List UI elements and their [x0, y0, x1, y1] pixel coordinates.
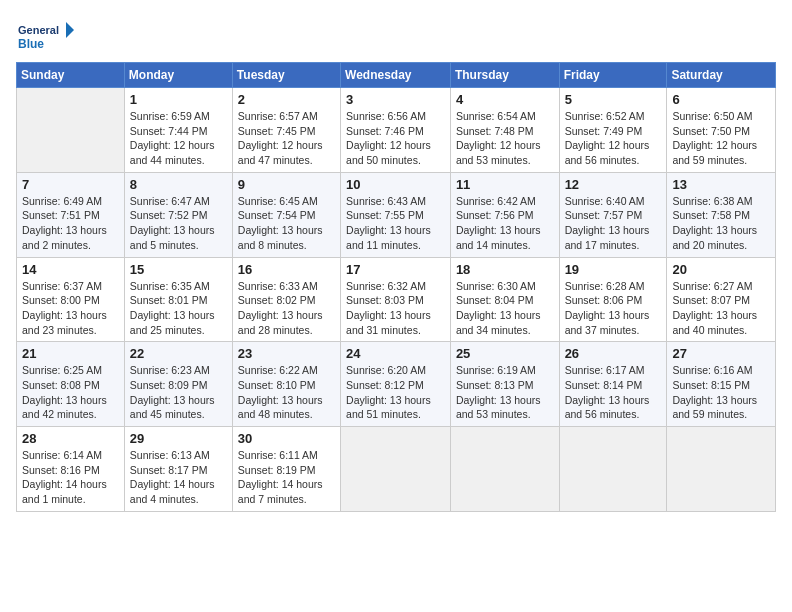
- calendar-cell: 15Sunrise: 6:35 AM Sunset: 8:01 PM Dayli…: [124, 257, 232, 342]
- calendar-cell: 17Sunrise: 6:32 AM Sunset: 8:03 PM Dayli…: [341, 257, 451, 342]
- day-info: Sunrise: 6:52 AM Sunset: 7:49 PM Dayligh…: [565, 109, 662, 168]
- calendar-cell: 1Sunrise: 6:59 AM Sunset: 7:44 PM Daylig…: [124, 88, 232, 173]
- calendar-header-row: SundayMondayTuesdayWednesdayThursdayFrid…: [17, 63, 776, 88]
- day-info: Sunrise: 6:38 AM Sunset: 7:58 PM Dayligh…: [672, 194, 770, 253]
- header-saturday: Saturday: [667, 63, 776, 88]
- day-info: Sunrise: 6:33 AM Sunset: 8:02 PM Dayligh…: [238, 279, 335, 338]
- day-info: Sunrise: 6:49 AM Sunset: 7:51 PM Dayligh…: [22, 194, 119, 253]
- day-number: 30: [238, 431, 335, 446]
- day-number: 4: [456, 92, 554, 107]
- day-number: 22: [130, 346, 227, 361]
- calendar-cell: 7Sunrise: 6:49 AM Sunset: 7:51 PM Daylig…: [17, 172, 125, 257]
- day-info: Sunrise: 6:47 AM Sunset: 7:52 PM Dayligh…: [130, 194, 227, 253]
- day-info: Sunrise: 6:32 AM Sunset: 8:03 PM Dayligh…: [346, 279, 445, 338]
- calendar-cell: [341, 427, 451, 512]
- day-number: 3: [346, 92, 445, 107]
- day-info: Sunrise: 6:59 AM Sunset: 7:44 PM Dayligh…: [130, 109, 227, 168]
- day-number: 28: [22, 431, 119, 446]
- calendar-cell: 4Sunrise: 6:54 AM Sunset: 7:48 PM Daylig…: [450, 88, 559, 173]
- day-info: Sunrise: 6:37 AM Sunset: 8:00 PM Dayligh…: [22, 279, 119, 338]
- day-number: 8: [130, 177, 227, 192]
- header-monday: Monday: [124, 63, 232, 88]
- day-info: Sunrise: 6:23 AM Sunset: 8:09 PM Dayligh…: [130, 363, 227, 422]
- day-number: 18: [456, 262, 554, 277]
- day-info: Sunrise: 6:25 AM Sunset: 8:08 PM Dayligh…: [22, 363, 119, 422]
- calendar-table: SundayMondayTuesdayWednesdayThursdayFrid…: [16, 62, 776, 512]
- week-row-1: 1Sunrise: 6:59 AM Sunset: 7:44 PM Daylig…: [17, 88, 776, 173]
- day-number: 19: [565, 262, 662, 277]
- header-wednesday: Wednesday: [341, 63, 451, 88]
- day-info: Sunrise: 6:22 AM Sunset: 8:10 PM Dayligh…: [238, 363, 335, 422]
- calendar-cell: 30Sunrise: 6:11 AM Sunset: 8:19 PM Dayli…: [232, 427, 340, 512]
- day-info: Sunrise: 6:43 AM Sunset: 7:55 PM Dayligh…: [346, 194, 445, 253]
- calendar-cell: [667, 427, 776, 512]
- day-number: 7: [22, 177, 119, 192]
- calendar-cell: 24Sunrise: 6:20 AM Sunset: 8:12 PM Dayli…: [341, 342, 451, 427]
- header-thursday: Thursday: [450, 63, 559, 88]
- calendar-cell: 20Sunrise: 6:27 AM Sunset: 8:07 PM Dayli…: [667, 257, 776, 342]
- day-number: 29: [130, 431, 227, 446]
- header-sunday: Sunday: [17, 63, 125, 88]
- day-number: 14: [22, 262, 119, 277]
- day-number: 23: [238, 346, 335, 361]
- calendar-cell: [17, 88, 125, 173]
- calendar-cell: 26Sunrise: 6:17 AM Sunset: 8:14 PM Dayli…: [559, 342, 667, 427]
- calendar-cell: 28Sunrise: 6:14 AM Sunset: 8:16 PM Dayli…: [17, 427, 125, 512]
- day-info: Sunrise: 6:16 AM Sunset: 8:15 PM Dayligh…: [672, 363, 770, 422]
- day-info: Sunrise: 6:54 AM Sunset: 7:48 PM Dayligh…: [456, 109, 554, 168]
- calendar-cell: 10Sunrise: 6:43 AM Sunset: 7:55 PM Dayli…: [341, 172, 451, 257]
- calendar-cell: 13Sunrise: 6:38 AM Sunset: 7:58 PM Dayli…: [667, 172, 776, 257]
- day-number: 24: [346, 346, 445, 361]
- calendar-cell: 14Sunrise: 6:37 AM Sunset: 8:00 PM Dayli…: [17, 257, 125, 342]
- calendar-cell: 3Sunrise: 6:56 AM Sunset: 7:46 PM Daylig…: [341, 88, 451, 173]
- calendar-cell: 6Sunrise: 6:50 AM Sunset: 7:50 PM Daylig…: [667, 88, 776, 173]
- day-number: 21: [22, 346, 119, 361]
- calendar-cell: 8Sunrise: 6:47 AM Sunset: 7:52 PM Daylig…: [124, 172, 232, 257]
- day-number: 5: [565, 92, 662, 107]
- day-number: 20: [672, 262, 770, 277]
- calendar-cell: 18Sunrise: 6:30 AM Sunset: 8:04 PM Dayli…: [450, 257, 559, 342]
- day-number: 13: [672, 177, 770, 192]
- calendar-cell: 19Sunrise: 6:28 AM Sunset: 8:06 PM Dayli…: [559, 257, 667, 342]
- day-info: Sunrise: 6:19 AM Sunset: 8:13 PM Dayligh…: [456, 363, 554, 422]
- calendar-cell: 12Sunrise: 6:40 AM Sunset: 7:57 PM Dayli…: [559, 172, 667, 257]
- calendar-cell: 9Sunrise: 6:45 AM Sunset: 7:54 PM Daylig…: [232, 172, 340, 257]
- day-info: Sunrise: 6:11 AM Sunset: 8:19 PM Dayligh…: [238, 448, 335, 507]
- day-info: Sunrise: 6:35 AM Sunset: 8:01 PM Dayligh…: [130, 279, 227, 338]
- day-number: 6: [672, 92, 770, 107]
- header-friday: Friday: [559, 63, 667, 88]
- svg-text:Blue: Blue: [18, 37, 44, 51]
- day-number: 9: [238, 177, 335, 192]
- week-row-2: 7Sunrise: 6:49 AM Sunset: 7:51 PM Daylig…: [17, 172, 776, 257]
- svg-text:General: General: [18, 24, 59, 36]
- day-number: 11: [456, 177, 554, 192]
- day-info: Sunrise: 6:42 AM Sunset: 7:56 PM Dayligh…: [456, 194, 554, 253]
- day-number: 12: [565, 177, 662, 192]
- week-row-3: 14Sunrise: 6:37 AM Sunset: 8:00 PM Dayli…: [17, 257, 776, 342]
- day-info: Sunrise: 6:56 AM Sunset: 7:46 PM Dayligh…: [346, 109, 445, 168]
- calendar-cell: 23Sunrise: 6:22 AM Sunset: 8:10 PM Dayli…: [232, 342, 340, 427]
- day-info: Sunrise: 6:27 AM Sunset: 8:07 PM Dayligh…: [672, 279, 770, 338]
- day-number: 25: [456, 346, 554, 361]
- calendar-cell: 22Sunrise: 6:23 AM Sunset: 8:09 PM Dayli…: [124, 342, 232, 427]
- calendar-cell: 29Sunrise: 6:13 AM Sunset: 8:17 PM Dayli…: [124, 427, 232, 512]
- day-info: Sunrise: 6:20 AM Sunset: 8:12 PM Dayligh…: [346, 363, 445, 422]
- day-info: Sunrise: 6:13 AM Sunset: 8:17 PM Dayligh…: [130, 448, 227, 507]
- calendar-cell: 16Sunrise: 6:33 AM Sunset: 8:02 PM Dayli…: [232, 257, 340, 342]
- calendar-cell: [559, 427, 667, 512]
- day-info: Sunrise: 6:40 AM Sunset: 7:57 PM Dayligh…: [565, 194, 662, 253]
- calendar-cell: 2Sunrise: 6:57 AM Sunset: 7:45 PM Daylig…: [232, 88, 340, 173]
- day-number: 17: [346, 262, 445, 277]
- day-info: Sunrise: 6:14 AM Sunset: 8:16 PM Dayligh…: [22, 448, 119, 507]
- general-blue-logo-svg: General Blue: [16, 16, 76, 56]
- day-number: 16: [238, 262, 335, 277]
- day-number: 27: [672, 346, 770, 361]
- calendar-cell: 21Sunrise: 6:25 AM Sunset: 8:08 PM Dayli…: [17, 342, 125, 427]
- day-number: 2: [238, 92, 335, 107]
- svg-marker-2: [66, 22, 74, 38]
- calendar-cell: 11Sunrise: 6:42 AM Sunset: 7:56 PM Dayli…: [450, 172, 559, 257]
- week-row-5: 28Sunrise: 6:14 AM Sunset: 8:16 PM Dayli…: [17, 427, 776, 512]
- calendar-cell: [450, 427, 559, 512]
- calendar-cell: 5Sunrise: 6:52 AM Sunset: 7:49 PM Daylig…: [559, 88, 667, 173]
- day-number: 26: [565, 346, 662, 361]
